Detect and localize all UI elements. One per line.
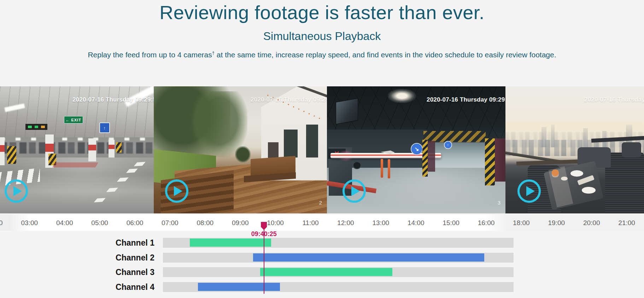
page-subtitle: Simultaneous Playback [0, 30, 644, 43]
timeline-tick-0300: 03:00 [21, 219, 38, 227]
recording-segment-green[interactable] [260, 268, 392, 276]
plate [570, 170, 583, 177]
recording-segment-green[interactable] [190, 239, 271, 247]
page-title: Reviewing footage is faster than ever. [0, 1, 644, 23]
video-timestamp: 2020-07-16 Thursday 09:29:50 [72, 96, 154, 103]
timeline-tick-0800: 08:00 [197, 219, 214, 227]
timeline-tick-0900: 09:00 [232, 219, 249, 227]
channel-label: Channel 2 [0, 253, 154, 263]
timeline-tick-1200: 12:00 [337, 219, 354, 227]
play-button[interactable] [165, 179, 188, 203]
video-tile-channel-3[interactable]: ✕ 2020-07-16 Thursday 09:29:50 3 [327, 86, 505, 213]
play-button[interactable] [5, 179, 28, 203]
plate [561, 177, 568, 180]
hazard-pillar [485, 138, 495, 185]
timeline-tick-1800: 18:00 [513, 219, 530, 227]
striped-pillar [88, 138, 96, 161]
parking-count-display [25, 124, 47, 130]
recording-segment-blue[interactable] [198, 283, 280, 291]
play-icon [13, 186, 22, 196]
parked-cars [0, 142, 154, 154]
channel-number-overlay: 2 [319, 200, 322, 206]
camera-grid: ← EXIT 2020-07-1 [0, 86, 644, 213]
timeline-tick-2000: 20:00 [583, 219, 600, 227]
light-row [0, 138, 154, 140]
striped-pillar [0, 137, 5, 165]
video-tile-channel-2[interactable]: 2020-07-16 Thursday 09:29:50 2 [154, 86, 327, 213]
hazard-stripes [116, 142, 121, 153]
timeline-tick-0500: 05:00 [91, 219, 108, 227]
channel-label: Channel 4 [0, 282, 154, 292]
timeline-tick-1400: 14:00 [408, 219, 425, 227]
potted-plant [235, 146, 251, 163]
video-timestamp: 2020-07-16 Thursday 09:29:50 [427, 96, 505, 103]
wall-monitor [336, 98, 358, 125]
video-timestamp: 2020-07-16 Thursday 09:29:50 [251, 96, 327, 103]
playhead-line [264, 229, 264, 294]
timeline-ruler[interactable]: 02:0003:0004:0005:0006:0007:0008:0009:00… [0, 214, 644, 231]
play-button[interactable] [517, 179, 541, 203]
window [284, 130, 298, 157]
channel-row: Channel 1 [0, 238, 644, 248]
channel-number-overlay: 3 [498, 200, 500, 206]
channel-label: Channel 1 [0, 238, 154, 248]
channel-track[interactable] [163, 282, 514, 292]
juice-glass [552, 170, 559, 177]
orange-post [381, 159, 383, 178]
recording-segment-blue[interactable] [253, 253, 484, 262]
play-icon [526, 186, 535, 196]
hazard-pillar [422, 140, 428, 177]
channel-row: Channel 4 [0, 282, 644, 292]
striped-pillar [109, 140, 115, 157]
plate [582, 187, 596, 194]
channel-label: Channel 3 [0, 267, 154, 277]
channel-track[interactable] [163, 267, 514, 277]
channel-row: Channel 2 [0, 253, 644, 263]
description-text-2: at the same time, increase replay speed,… [215, 51, 556, 59]
timeline-tick-1900: 19:00 [548, 219, 565, 227]
video-timestamp: 2020-07-16 Thursday 09:29:50 [584, 96, 644, 103]
description-text: Replay the feed from up to 4 cameras [88, 51, 212, 59]
channel-track[interactable] [163, 253, 514, 263]
ceiling-light [388, 89, 416, 103]
timeline-tick-1500: 15:00 [443, 219, 459, 227]
garage-ceiling [0, 86, 154, 137]
timeline-tick-0200: 02:00 [0, 219, 3, 227]
video-tile-channel-1[interactable]: ← EXIT 2020-07-1 [0, 86, 154, 213]
timeline-tick-0600: 06:00 [127, 219, 144, 227]
page-description: Replay the feed from up to 4 cameras† at… [0, 50, 644, 59]
chair-back [622, 142, 641, 157]
play-icon [351, 186, 360, 196]
timeline-tick-1100: 11:00 [302, 219, 318, 227]
timeline-tick-0700: 07:00 [162, 219, 178, 227]
simultaneous-playback-page: Reviewing footage is faster than ever. S… [0, 0, 644, 298]
dome-camera [353, 161, 361, 169]
timeline-tick-1300: 13:00 [373, 219, 390, 227]
play-icon [174, 186, 182, 196]
red-floor-marking [52, 162, 98, 167]
channel-row: Channel 3 [0, 267, 644, 277]
arrow-sign [99, 122, 110, 133]
wicker-sofa [605, 153, 644, 213]
exit-sign: ← EXIT [64, 116, 83, 124]
hazard-stripes [7, 146, 16, 164]
play-button[interactable] [343, 179, 366, 203]
timeline-tick-1600: 16:00 [478, 219, 495, 227]
maroon-pillar [495, 138, 505, 182]
blue-arrow-sign [411, 143, 423, 155]
dagger-footnote-mark: † [212, 50, 215, 56]
playhead-time: 09:40:25 [251, 230, 277, 238]
maroon-pillar [428, 141, 435, 171]
window [306, 125, 318, 157]
blue-arrow-sign [444, 141, 452, 149]
timeline-tick-2100: 21:00 [618, 219, 635, 227]
orange-post [388, 159, 390, 178]
timeline-tick-1000: 10:00 [267, 219, 284, 227]
video-tile-channel-4[interactable]: 2020-07-16 Thursday 09:29:50 [505, 86, 644, 213]
channel-track[interactable] [163, 238, 514, 248]
hazard-stripe-band [423, 131, 486, 142]
timeline-tick-0400: 04:00 [56, 219, 73, 227]
